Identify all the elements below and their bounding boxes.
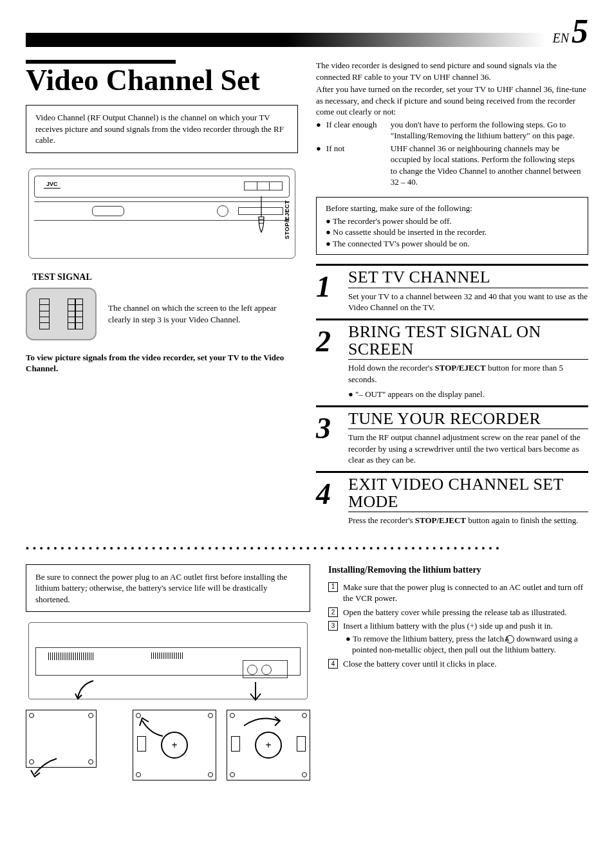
battery-step-text: Make sure that the power plug is connect… (343, 582, 588, 604)
step-number: 4 (316, 476, 340, 526)
cond-not-label: If not (326, 143, 391, 189)
test-bar-right-icon (68, 299, 83, 329)
intro-box: Video Channel (RF Output Channel) is the… (26, 105, 298, 153)
step-text: Set your TV to a channel between 32 and … (348, 291, 588, 313)
condition-list: ● If clear enough you don't have to perf… (316, 119, 588, 189)
vcr-front-illustration: JVC STOP/EJECT (28, 169, 295, 259)
battery-step-text: Open the battery cover while pressing th… (343, 607, 588, 618)
vcr-top-panel: JVC (34, 176, 290, 198)
battery-step-3-main: Insert a lithium battery with the plus (… (343, 621, 553, 631)
step-number: 2 (316, 323, 340, 400)
step-text-bold: STOP/EJECT (434, 363, 485, 373)
prep-item: The recorder's power should be off. (326, 216, 579, 227)
step-number-box: 4 (328, 659, 338, 669)
arrow-down-icon (74, 678, 100, 707)
prep-item: No cassette should be inserted in the re… (326, 226, 579, 238)
right-column: The video recorder is designed to send p… (316, 60, 588, 531)
page-title: Video Channel Set (26, 65, 298, 96)
step-text-bold: STOP/EJECT (415, 515, 466, 525)
lower-right-column: Installing/Removing the lithium battery … (328, 564, 588, 781)
rear-connector-panel-icon (243, 660, 288, 678)
prep-item: The connected TV's power should be on. (326, 238, 579, 250)
lower-left-column: Be sure to connect the power plug to an … (26, 564, 310, 781)
right-intro-2: After you have turned on the recorder, s… (316, 84, 588, 118)
step-bullet: "– OUT" appears on the display panel. (348, 389, 588, 400)
step-3: 3 TUNE YOUR RECORDER Turn the RF output … (316, 405, 588, 466)
step-title: TUNE YOUR RECORDER (348, 410, 588, 429)
vcr-logo: JVC (44, 180, 60, 189)
step-number-box: 1 (328, 582, 338, 592)
step-number: 3 (316, 410, 340, 466)
header-gradient-bar (26, 33, 546, 47)
prep-lead: Before starting, make sure of the follow… (326, 203, 579, 214)
battery-heading: Installing/Removing the lithium battery (328, 564, 588, 577)
battery-step-text: Close the battery cover until it clicks … (343, 658, 588, 670)
view-picture-note: To view picture signals from the video r… (26, 352, 298, 374)
step-text-pre: Hold down the recorder's (348, 363, 434, 373)
test-bar-left-icon (39, 299, 50, 329)
pointing-finger-icon (256, 195, 266, 234)
preparation-box: Before starting, make sure of the follow… (316, 197, 588, 255)
battery-diagrams (26, 710, 310, 780)
rear-vent-icon (151, 652, 183, 659)
step-number-box: 2 (328, 607, 338, 617)
step-title: BRING TEST SIGNAL ON SCREEN (348, 323, 588, 360)
vcr-dial-icon (217, 205, 228, 217)
rear-vent-icon (48, 652, 93, 660)
step-4: 4 EXIT VIDEO CHANNEL SET MODE Press the … (316, 471, 588, 526)
page-header: EN 5 (26, 18, 588, 47)
step-number-box: 3 (328, 621, 338, 631)
tv-screen-icon (26, 288, 97, 340)
battery-steps: 1 Make sure that the power plug is conne… (328, 582, 588, 670)
cond-not-text: UHF channel 36 or neighbouring channels … (391, 143, 588, 189)
page-lang: EN (552, 30, 569, 47)
page-num: 5 (572, 18, 588, 45)
stop-eject-label: STOP/EJECT (283, 200, 291, 239)
step-2: 2 BRING TEST SIGNAL ON SCREEN Hold down … (316, 319, 588, 400)
battery-sub-bullet: To remove the lithium battery, press the… (343, 633, 588, 656)
battery-sub-pre: To remove the lithium battery, press the… (353, 634, 506, 643)
battery-warning-box: Be sure to connect the power plug to an … (26, 564, 310, 613)
step-title: EXIT VIDEO CHANNEL SET MODE (348, 476, 588, 513)
battery-remove-icon (227, 710, 310, 780)
step-1: 1 SET TV CHANNEL Set your TV to a channe… (316, 264, 588, 313)
test-signal-row: The channel on which the screen to the l… (26, 288, 298, 340)
left-column: Video Channel Set Video Channel (RF Outp… (26, 60, 298, 531)
step-title: SET TV CHANNEL (348, 268, 588, 288)
step-text: Hold down the recorder's STOP/EJECT butt… (348, 362, 588, 400)
page-number: EN 5 (552, 18, 588, 47)
test-signal-text: The channel on which the screen to the l… (108, 302, 298, 325)
step-number: 1 (316, 268, 340, 313)
cond-clear-label: If clear enough (326, 119, 391, 143)
arrow-down-icon (243, 681, 268, 710)
vcr-bottom-panel (34, 201, 290, 221)
step-text-pre: Press the recorder's (348, 515, 415, 525)
vcr-rear-illustration (28, 622, 308, 699)
step-text-post: button again to finish the setting. (466, 515, 578, 525)
battery-insert-icon (133, 710, 216, 780)
right-intro-1: The video recorder is designed to send p… (316, 60, 588, 82)
circled-a-icon: A (506, 635, 514, 643)
step-text: Turn the RF output channel adjustment sc… (348, 432, 588, 466)
battery-step-text: Insert a lithium battery with the plus (… (343, 620, 588, 656)
bullet-icon: ● (316, 119, 326, 143)
cond-clear-text: you don't have to perform the following … (391, 119, 588, 143)
bullet-icon: ● (316, 143, 326, 189)
step-text: Press the recorder's STOP/EJECT button a… (348, 515, 588, 526)
dot-divider-icon: ••••••••••••••••••••••••••••••••••••••••… (26, 543, 588, 555)
battery-cover-open-icon (26, 710, 122, 780)
vcr-transport-buttons-icon (244, 181, 283, 190)
test-signal-heading: TEST SIGNAL (32, 272, 298, 284)
vcr-cassette-door-icon (92, 206, 124, 216)
